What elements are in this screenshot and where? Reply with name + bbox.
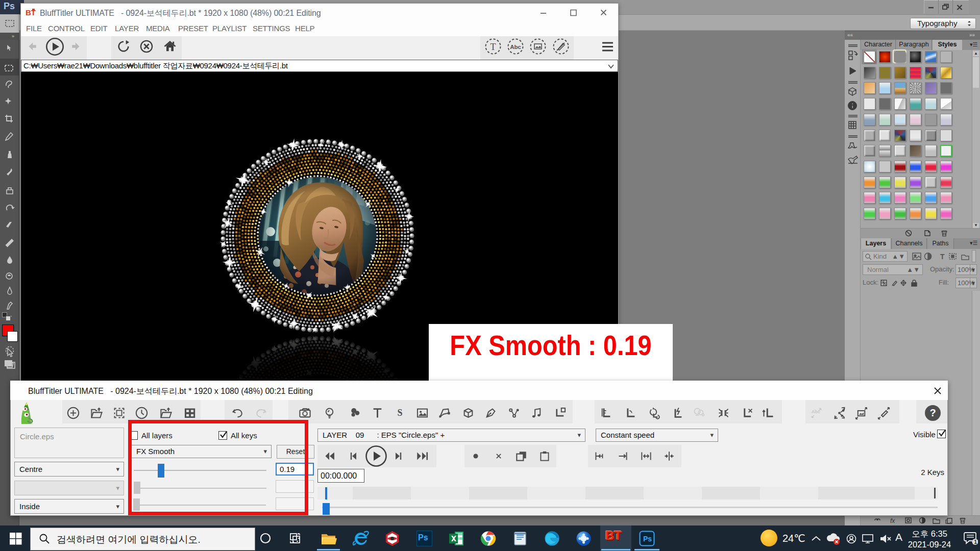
svg-text:Abc: Abc <box>812 409 820 414</box>
svg-text:Abc: Abc <box>510 44 521 50</box>
svg-text:fx: fx <box>890 517 895 524</box>
svg-text:1: 1 <box>974 539 977 545</box>
svg-text:S: S <box>397 408 402 418</box>
svg-text:T: T <box>491 42 496 52</box>
svg-text:Ps: Ps <box>643 535 652 543</box>
svg-text:T: T <box>940 253 945 261</box>
